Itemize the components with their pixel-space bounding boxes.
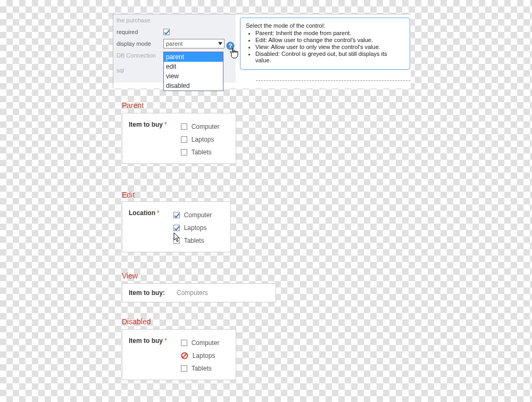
tooltip-item-view: View: Allow user to only view the contro…	[255, 44, 404, 50]
disabled-option-computer: Computer	[181, 339, 220, 347]
section-title-view: View	[122, 272, 138, 280]
required-star-icon: *	[164, 337, 167, 344]
required-checkbox[interactable]	[163, 29, 170, 35]
required-star-icon: *	[157, 209, 160, 217]
prop-row-truncated: the purchase	[113, 14, 236, 26]
parent-option-laptops[interactable]: Laptops	[181, 136, 220, 143]
cursor-hand-icon	[229, 47, 240, 59]
tooltip-list: Parent: Inherit the mode from parent. Ed…	[255, 30, 404, 63]
edit-option-laptops[interactable]: Laptops	[173, 224, 212, 232]
checkbox-checked-icon[interactable]	[173, 212, 180, 218]
checkbox-checked-icon[interactable]	[173, 225, 180, 231]
checkbox-unchecked-icon	[181, 340, 187, 346]
prop-label-sql: sql	[117, 67, 163, 73]
svg-marker-0	[218, 42, 222, 45]
prop-label-required: required	[117, 29, 163, 35]
help-tooltip: Select the mode of the control: Parent: …	[240, 18, 410, 70]
dropdown-value: parent	[166, 40, 182, 47]
option-parent[interactable]: parent	[164, 52, 223, 62]
disabled-option-tablets: Tablets	[181, 365, 220, 372]
option-edit[interactable]: edit	[164, 62, 223, 71]
top-properties-area: the purchase required display mode paren…	[113, 14, 411, 88]
required-star-icon: *	[164, 121, 167, 128]
parent-option-computer[interactable]: Computer	[181, 123, 220, 130]
parent-example-box: Item to buy* Computer Laptops Tablets	[122, 113, 236, 164]
disabled-option-laptops: Laptops	[181, 352, 220, 359]
tooltip-item-parent: Parent: Inherit the mode from parent.	[255, 30, 404, 36]
view-field-label: Item to buy:	[129, 289, 165, 297]
section-title-parent: Parent	[122, 101, 144, 110]
parent-option-tablets[interactable]: Tablets	[181, 149, 220, 156]
prohibited-icon	[181, 352, 188, 359]
section-title-edit: Edit	[122, 191, 135, 199]
display-mode-option-list[interactable]: parent edit view disabled	[163, 52, 223, 91]
disabled-option-list: Computer Laptops Tablets	[181, 339, 220, 372]
prop-label-db: DB Connection	[117, 52, 163, 59]
checkbox-unchecked-icon[interactable]	[181, 124, 187, 130]
prop-row-display-mode: display mode parent	[113, 38, 236, 50]
prop-row-required: required	[113, 26, 236, 38]
canvas-placeholder-line	[256, 80, 410, 84]
edit-option-computer[interactable]: Computer	[173, 211, 212, 219]
display-mode-dropdown[interactable]: parent	[163, 39, 225, 48]
view-example-box: Item to buy: Computers	[122, 283, 276, 302]
cursor-arrow-icon	[173, 232, 182, 244]
edit-example-box: Location* Computer Laptops Tablets	[122, 201, 231, 252]
prop-label-truncated: the purchase	[117, 17, 163, 23]
view-value: Computers	[177, 289, 208, 297]
option-disabled[interactable]: disabled	[164, 81, 223, 91]
tooltip-item-edit: Edit: Allow user to change the control's…	[255, 37, 404, 43]
checkbox-unchecked-icon	[181, 365, 187, 372]
parent-field-label: Item to buy*	[129, 121, 167, 128]
prop-label-display-mode: display mode	[117, 40, 163, 47]
disabled-example-box: Item to buy* Computer Laptops Tablets	[122, 329, 236, 380]
checkbox-unchecked-icon[interactable]	[181, 136, 187, 143]
svg-line-4	[182, 354, 187, 358]
tooltip-intro: Select the mode of the control:	[246, 22, 404, 29]
parent-option-list: Computer Laptops Tablets	[181, 123, 220, 156]
option-view[interactable]: view	[164, 71, 223, 81]
chevron-down-icon	[217, 39, 224, 48]
edit-field-label: Location*	[129, 209, 160, 217]
section-title-disabled: Disabled	[122, 317, 151, 326]
disabled-field-label: Item to buy*	[129, 337, 167, 344]
tooltip-item-disabled: Disabled: Control is greyed out, but sti…	[255, 51, 404, 63]
checkbox-unchecked-icon[interactable]	[181, 149, 187, 155]
